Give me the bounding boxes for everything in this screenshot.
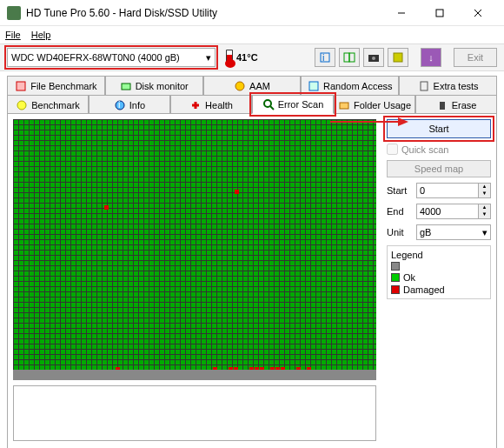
svg-point-19	[264, 100, 271, 107]
tab-erase[interactable]: Erase	[415, 95, 497, 114]
svg-line-20	[270, 106, 274, 110]
start-spinner[interactable]: ▲▼	[416, 183, 491, 198]
menu-help[interactable]: Help	[31, 30, 51, 40]
tab-file-benchmark[interactable]: File Benchmark	[7, 76, 105, 95]
svg-point-13	[235, 82, 244, 90]
magnifier-icon	[262, 98, 275, 110]
spin-up-icon[interactable]: ▲	[478, 204, 490, 211]
app-icon	[7, 6, 21, 20]
legend-swatch-damaged	[391, 285, 400, 294]
legend-title: Legend	[391, 250, 487, 260]
svg-rect-6	[344, 53, 349, 62]
svg-point-16	[17, 101, 26, 110]
close-button[interactable]	[459, 1, 497, 25]
copy-screenshot-button[interactable]	[339, 48, 360, 67]
chevron-down-icon: ▾	[206, 52, 211, 64]
svg-text:i: i	[322, 52, 324, 63]
minimize-button[interactable]	[382, 1, 421, 25]
tab-folder-usage[interactable]: Folder Usage	[334, 95, 415, 114]
svg-text:i: i	[118, 99, 120, 110]
exit-button[interactable]: Exit	[454, 48, 497, 67]
tab-aam[interactable]: AAM	[203, 76, 302, 95]
maximize-button[interactable]	[421, 1, 459, 25]
log-output	[13, 385, 376, 441]
tab-benchmark[interactable]: Benchmark	[7, 95, 89, 114]
unscanned-row	[13, 370, 376, 380]
svg-rect-10	[394, 53, 402, 62]
tab-random-access[interactable]: Random Access	[301, 76, 399, 95]
spin-up-icon[interactable]: ▲	[478, 184, 490, 191]
legend-swatch-ok	[391, 273, 400, 282]
tab-error-scan[interactable]: Error Scan	[252, 95, 334, 114]
end-label: End	[387, 206, 413, 217]
svg-rect-7	[349, 53, 355, 62]
tab-extra-tests[interactable]: Extra tests	[399, 76, 497, 95]
screenshot-button[interactable]	[363, 48, 384, 67]
speed-map-button[interactable]: Speed map	[387, 160, 491, 177]
temperature-value: 41°C	[236, 52, 258, 63]
start-button[interactable]: Start	[387, 119, 491, 138]
svg-rect-22	[440, 102, 445, 110]
svg-rect-15	[421, 82, 428, 90]
svg-rect-21	[340, 103, 348, 109]
svg-rect-1	[436, 10, 443, 17]
drive-select-value: WDC WD40EFRX-68WT0N0 (4000 gB)	[11, 52, 180, 63]
save-button[interactable]: ↓	[421, 48, 441, 67]
chevron-down-icon: ▾	[482, 227, 487, 238]
svg-point-9	[372, 57, 375, 60]
unit-label: Unit	[387, 227, 413, 237]
svg-rect-11	[17, 82, 25, 90]
legend-swatch-blank	[391, 262, 400, 271]
legend-box: Legend Ok Damaged	[387, 245, 491, 299]
drive-select[interactable]: WDC WD40EFRX-68WT0N0 (4000 gB) ▾	[7, 48, 216, 67]
options-button[interactable]	[388, 48, 408, 67]
unit-select[interactable]: gB ▾	[416, 224, 491, 240]
start-label: Start	[387, 185, 413, 196]
start-input[interactable]	[417, 184, 478, 197]
tab-info[interactable]: iInfo	[89, 95, 170, 114]
tab-disk-monitor[interactable]: Disk monitor	[105, 76, 203, 95]
spin-down-icon[interactable]: ▼	[478, 211, 490, 218]
svg-rect-12	[122, 84, 130, 90]
spin-down-icon[interactable]: ▼	[478, 191, 490, 197]
thermometer-icon	[226, 50, 233, 65]
tab-health[interactable]: Health	[170, 95, 252, 114]
scan-block-grid	[13, 119, 376, 380]
end-spinner[interactable]: ▲▼	[416, 204, 491, 219]
window-title: HD Tune Pro 5.60 - Hard Disk/SSD Utility	[26, 7, 382, 19]
damaged-block	[235, 190, 239, 194]
copy-info-button[interactable]: i	[315, 48, 335, 67]
quick-scan-checkbox[interactable]	[387, 144, 398, 155]
menu-file[interactable]: File	[5, 30, 21, 40]
quick-scan-label: Quick scan	[401, 144, 448, 155]
svg-rect-14	[309, 82, 318, 90]
end-input[interactable]	[417, 204, 478, 218]
damaged-block	[104, 205, 109, 210]
